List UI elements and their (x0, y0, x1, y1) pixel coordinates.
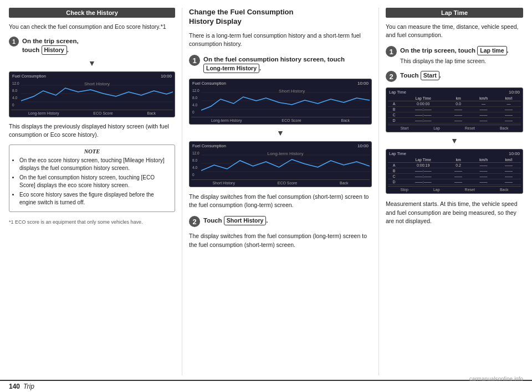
svg-text:Short History: Short History (279, 89, 305, 94)
left-screen1-footer: Long-term History ECO Score Back (11, 110, 173, 115)
mid-step1-title: On the fuel consumption history screen, … (203, 55, 372, 73)
mid-screen-bottom-bar: Fuel Consumption 10:00 (191, 143, 370, 148)
note-title: NOTE (14, 148, 170, 154)
note-list: On the eco score history screen, touchin… (14, 157, 170, 207)
left-graph-svg: Short History (21, 80, 173, 109)
start-button[interactable]: Start (421, 71, 439, 80)
left-step1: 1 On the trip screen, touch History. (9, 37, 175, 55)
right-screen-bottom-table: Lap Time km km/h km/l A0:00:190.2———— B—… (388, 157, 521, 185)
left-column: Check the History You can check the fuel… (9, 8, 175, 375)
note-box: NOTE On the eco score history screen, to… (9, 145, 175, 212)
right-column: Lap Time You can measure the time, dista… (386, 8, 523, 375)
left-header: Check the History (9, 8, 175, 18)
history-button[interactable]: History (42, 45, 67, 55)
mid-step1-content: On the fuel consumption history screen, … (203, 55, 372, 73)
left-step1-content: On the trip screen, touch History. (22, 37, 175, 55)
mid-intro: There is a long-term fuel consumption hi… (189, 32, 372, 48)
right-screen-bottom: Lap Time 10:00 Lap Time km km/h km/l (386, 149, 523, 194)
left-screen1-wrapper: 12.0 8.0 4.0 0 Short History (11, 80, 173, 109)
mid-top-y-labels: 12.0 8.0 4.0 0 (192, 87, 200, 116)
note-item-1: On the eco score history screen, touchin… (19, 157, 170, 172)
mid-graph-top-svg: Short History (201, 87, 370, 116)
table-row: C——:———————— (388, 174, 521, 179)
right-step1-num: 1 (386, 46, 397, 57)
left-step1-num: 1 (9, 37, 19, 47)
mid-screen-bottom-wrapper: 12.0 8.0 4.0 0 Long-term History (191, 149, 370, 178)
table-row: A0:00:000.0—— (388, 101, 521, 107)
bottom-bar: 140 Trip (0, 380, 532, 392)
mid-screen-top-footer: Long-term History ECO Score Back (191, 117, 370, 122)
note-item-3: Eco score history saves the figure displ… (19, 191, 170, 207)
right-step2: 2 Touch Start. (386, 71, 523, 82)
mid-step1: 1 On the fuel consumption history screen… (189, 55, 372, 73)
left-after-screen: This displays the previously displayed h… (9, 122, 175, 139)
mid-step2-num: 2 (189, 216, 200, 227)
right-step1-desc: This displays the lap time screen. (400, 57, 523, 65)
table-row: C——:———————— (388, 112, 521, 118)
table-row: D——:———————— (388, 179, 521, 185)
mid-heading: Change the Fuel Consumption History Disp… (189, 8, 372, 27)
table-row: D——:———————— (388, 118, 521, 123)
left-screen1: Fuel Consumption 10:00 12.0 8.0 4.0 0 (9, 71, 175, 117)
svg-text:Short History: Short History (84, 81, 110, 86)
right-after-screens: Measurement starts. At this time, the ve… (386, 200, 523, 225)
mid-after-step2: The display switches from the fuel consu… (189, 232, 372, 249)
mid-between-screens: The display switches from the fuel consu… (189, 193, 372, 209)
page-container: Check the History You can check the fuel… (0, 0, 532, 392)
bottom-rule (38, 386, 523, 387)
divider-1 (182, 8, 182, 375)
right-screen-top-table: Lap Time km km/h km/l A0:00:000.0—— B——:… (388, 96, 521, 123)
page-section: Trip (23, 383, 34, 390)
note-item-2: On the fuel consumption history screen, … (19, 174, 170, 189)
divider-2 (378, 8, 379, 375)
page-number: 140 (9, 383, 20, 390)
right-step2-num: 2 (386, 71, 397, 82)
watermark: carmanualsonline.info (469, 376, 523, 382)
svg-text:Long-term History: Long-term History (267, 152, 303, 156)
mid-graph-top: Short History (201, 87, 370, 116)
right-step2-content: Touch Start. (400, 71, 523, 82)
left-screen1-topbar: Fuel Consumption 10:00 (11, 74, 173, 79)
right-screen-top-bar: Lap Time 10:00 (388, 90, 521, 95)
right-screen-top: Lap Time 10:00 Lap Time km km/h km/l (386, 87, 523, 132)
mid-column: Change the Fuel Consumption History Disp… (189, 8, 372, 375)
left-y-labels: 12.0 8.0 4.0 0 (12, 80, 19, 109)
right-screen-bottom-footer: Stop Lap Reset Back (388, 186, 521, 192)
right-step1-title: On the trip screen, touch Lap time. (400, 46, 523, 55)
mid-screen-top: Fuel Consumption 10:00 12.0 8.0 4.0 0 (189, 79, 372, 125)
mid-screen-bottom: Fuel Consumption 10:00 12.0 8.0 4.0 0 (189, 141, 372, 187)
left-arrow1: ▼ (9, 59, 175, 67)
right-step1-content: On the trip screen, touch Lap time. This… (400, 46, 523, 65)
long-term-history-button[interactable]: Long-term History (203, 64, 259, 73)
table-row: B——:———————— (388, 168, 521, 174)
right-step1: 1 On the trip screen, touch Lap time. Th… (386, 46, 523, 65)
right-intro: You can measure the time, distance, vehi… (386, 23, 523, 39)
right-header: Lap Time (386, 8, 523, 18)
mid-step2-title: Touch Short History. (203, 216, 372, 225)
mid-graph-bottom-svg: Long-term History (201, 149, 370, 178)
mid-step2-content: Touch Short History. (203, 216, 372, 227)
mid-bottom-y-labels: 12.0 8.0 4.0 0 (192, 149, 200, 178)
right-arrow1: ▼ (386, 137, 523, 145)
table-row: A0:00:190.2———— (388, 163, 521, 168)
mid-screen-bottom-footer: Short History ECO Score Back (191, 179, 370, 185)
left-graph: Short History (21, 80, 173, 109)
footnote: *1 ECO score is an equipment that only s… (9, 219, 175, 226)
right-step2-title: Touch Start. (400, 71, 523, 80)
mid-graph-bottom: Long-term History (201, 149, 370, 178)
mid-screen-top-bar: Fuel Consumption 10:00 (191, 81, 370, 86)
main-content: Check the History You can check the fuel… (0, 0, 532, 380)
left-step1-title: On the trip screen, touch History. (22, 37, 175, 55)
mid-screen-top-wrapper: 12.0 8.0 4.0 0 Short History (191, 87, 370, 116)
mid-step2: 2 Touch Short History. (189, 216, 372, 227)
lap-time-button[interactable]: Lap time (477, 46, 507, 55)
left-intro: You can check the fuel consumption and E… (9, 23, 175, 31)
right-screen-top-footer: Start Lap Reset Back (388, 125, 521, 130)
table-row: B——:———————— (388, 107, 521, 112)
mid-arrow1: ▼ (189, 129, 372, 137)
short-history-button[interactable]: Short History (224, 216, 267, 225)
right-screen-bottom-bar: Lap Time 10:00 (388, 151, 521, 156)
mid-step1-num: 1 (189, 55, 200, 66)
